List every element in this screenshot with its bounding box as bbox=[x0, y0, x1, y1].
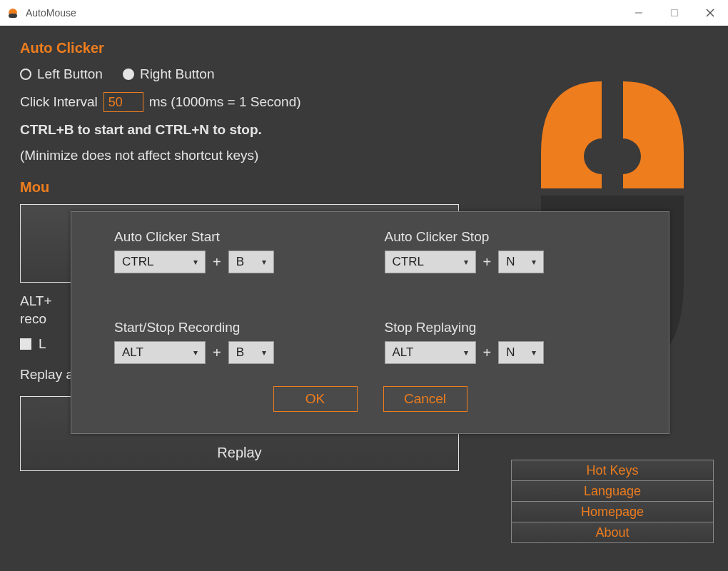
auto-clicker-stop-group: Auto Clicker Stop CTRL▾ + N▾ bbox=[385, 229, 627, 295]
loop-checkbox-label: L bbox=[39, 336, 46, 352]
minimize-button[interactable] bbox=[621, 0, 657, 26]
stop-replaying-mod-select[interactable]: ALT▾ bbox=[385, 341, 476, 364]
chevron-down-icon: ▾ bbox=[532, 257, 536, 267]
radio-icon bbox=[20, 69, 31, 80]
stop-replaying-group: Stop Replaying ALT▾ + N▾ bbox=[385, 320, 627, 386]
chevron-down-icon: ▾ bbox=[193, 257, 198, 267]
chevron-down-icon: ▾ bbox=[532, 348, 536, 358]
auto-clicker-start-key-select[interactable]: B▾ bbox=[228, 251, 274, 273]
ok-button[interactable]: OK bbox=[273, 386, 358, 412]
click-interval-unit: ms (1000ms = 1 Second) bbox=[149, 94, 301, 110]
auto-clicker-title: Auto Clicker bbox=[20, 40, 708, 56]
hotkeys-dialog: Auto Clicker Start CTRL▾ + B▾ Auto Click… bbox=[71, 211, 669, 434]
chevron-down-icon: ▾ bbox=[464, 348, 468, 358]
click-interval-input[interactable] bbox=[103, 92, 143, 112]
click-interval-label: Click Interval bbox=[20, 94, 98, 110]
stop-replaying-label: Stop Replaying bbox=[385, 320, 627, 335]
chevron-down-icon: ▾ bbox=[262, 257, 266, 267]
recording-mod-select[interactable]: ALT▾ bbox=[114, 341, 206, 364]
homepage-button[interactable]: Homepage bbox=[511, 501, 714, 522]
side-buttons: Hot Keys Language Homepage About bbox=[511, 460, 714, 542]
radio-icon bbox=[123, 69, 134, 80]
left-button-label: Left Button bbox=[37, 66, 103, 82]
stop-replaying-key-select[interactable]: N▾ bbox=[498, 341, 544, 364]
chevron-down-icon: ▾ bbox=[193, 348, 198, 358]
plus-sign: + bbox=[483, 345, 492, 361]
svg-point-6 bbox=[595, 139, 630, 173]
recording-key-select[interactable]: B▾ bbox=[228, 341, 274, 364]
app-title: AutoMouse bbox=[26, 7, 76, 19]
right-button-label: Right Button bbox=[140, 66, 215, 82]
right-button-radio[interactable]: Right Button bbox=[123, 66, 215, 82]
chevron-down-icon: ▾ bbox=[464, 257, 468, 267]
plus-sign: + bbox=[213, 345, 221, 361]
titlebar: AutoMouse bbox=[0, 0, 728, 26]
auto-clicker-stop-mod-select[interactable]: CTRL▾ bbox=[385, 251, 476, 273]
auto-clicker-start-label: Auto Clicker Start bbox=[114, 229, 356, 245]
chevron-down-icon: ▾ bbox=[262, 348, 266, 358]
app-icon bbox=[6, 6, 20, 20]
start-stop-recording-group: Start/Stop Recording ALT▾ + B▾ bbox=[114, 320, 356, 386]
svg-rect-2 bbox=[672, 10, 678, 16]
language-button[interactable]: Language bbox=[511, 480, 714, 502]
plus-sign: + bbox=[213, 254, 221, 271]
close-button[interactable] bbox=[692, 0, 728, 26]
hotkeys-button[interactable]: Hot Keys bbox=[511, 460, 714, 481]
start-stop-recording-label: Start/Stop Recording bbox=[114, 320, 356, 335]
auto-clicker-stop-key-select[interactable]: N▾ bbox=[498, 251, 544, 273]
left-button-radio[interactable]: Left Button bbox=[20, 66, 103, 82]
auto-clicker-start-group: Auto Clicker Start CTRL▾ + B▾ bbox=[114, 229, 356, 295]
checkbox-icon bbox=[20, 338, 31, 350]
replay-button-label: Replay bbox=[217, 445, 261, 461]
about-button[interactable]: About bbox=[511, 522, 714, 543]
cancel-button[interactable]: Cancel bbox=[383, 386, 467, 412]
auto-clicker-start-mod-select[interactable]: CTRL▾ bbox=[114, 251, 206, 273]
auto-clicker-stop-label: Auto Clicker Stop bbox=[385, 229, 627, 245]
svg-rect-0 bbox=[9, 14, 17, 18]
plus-sign: + bbox=[483, 254, 492, 271]
maximize-button[interactable] bbox=[657, 0, 692, 26]
